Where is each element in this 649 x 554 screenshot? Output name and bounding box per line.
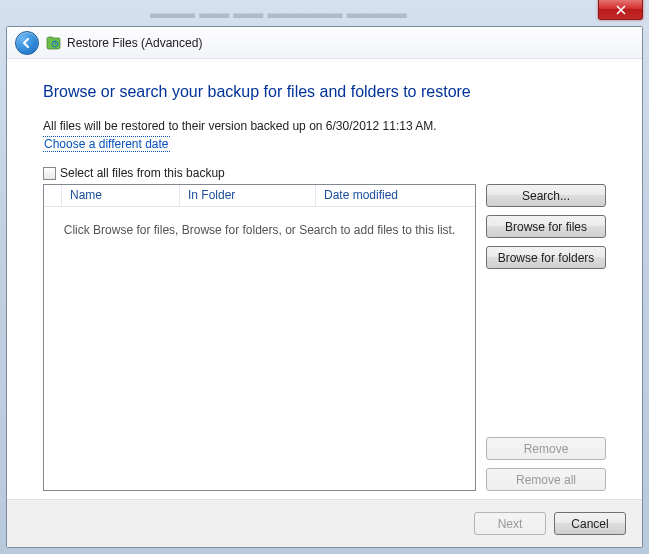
column-header-folder[interactable]: In Folder (180, 185, 316, 206)
list-header: Name In Folder Date modified (44, 185, 475, 207)
footer: Next Cancel (7, 499, 642, 547)
column-header-date[interactable]: Date modified (316, 185, 475, 206)
back-arrow-icon (21, 37, 33, 49)
list-body: Click Browse for files, Browse for folde… (44, 207, 475, 490)
main-row: Name In Folder Date modified Click Brows… (43, 184, 606, 491)
search-button[interactable]: Search... (486, 184, 606, 207)
window-title: Restore Files (Advanced) (67, 36, 202, 50)
select-all-row: Select all files from this backup (43, 166, 606, 180)
dialog-window: Restore Files (Advanced) Browse or searc… (6, 26, 643, 548)
column-spacer (44, 185, 62, 206)
content-area: Browse or search your backup for files a… (7, 59, 642, 499)
side-buttons: Search... Browse for files Browse for fo… (486, 184, 606, 491)
next-button: Next (474, 512, 546, 535)
close-icon (616, 5, 626, 15)
select-all-checkbox[interactable] (43, 167, 56, 180)
nav-bar: Restore Files (Advanced) (7, 27, 642, 59)
window-close-button[interactable] (598, 0, 643, 20)
remove-button: Remove (486, 437, 606, 460)
select-all-label: Select all files from this backup (60, 166, 225, 180)
back-button[interactable] (15, 31, 39, 55)
browse-folders-button[interactable]: Browse for folders (486, 246, 606, 269)
cancel-button[interactable]: Cancel (554, 512, 626, 535)
column-header-name[interactable]: Name (62, 185, 180, 206)
file-list[interactable]: Name In Folder Date modified Click Brows… (43, 184, 476, 491)
restore-files-icon (45, 35, 61, 51)
description-text: All files will be restored to their vers… (43, 119, 606, 133)
choose-date-link[interactable]: Choose a different date (43, 136, 170, 152)
browse-files-button[interactable]: Browse for files (486, 215, 606, 238)
page-heading: Browse or search your backup for files a… (43, 83, 606, 101)
empty-list-message: Click Browse for files, Browse for folde… (44, 223, 475, 237)
remove-all-button: Remove all (486, 468, 606, 491)
